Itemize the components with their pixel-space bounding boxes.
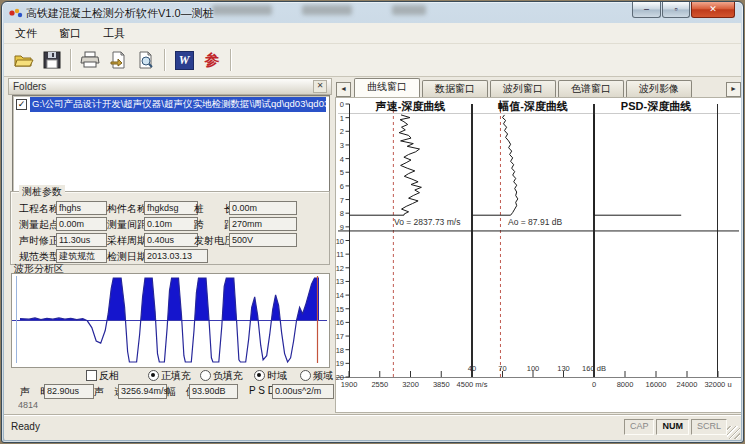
depth-tick-label: 9 <box>335 223 344 232</box>
time-domain-radio[interactable] <box>254 370 265 381</box>
param-field[interactable]: 0.40us <box>144 233 198 247</box>
tab-strip: ◄曲线窗口数据窗口波列窗口色谱窗口波列影像► <box>336 80 741 97</box>
chart-title: 声速-深度曲线 <box>349 99 473 114</box>
word-export-button[interactable]: W <box>172 48 196 72</box>
chart-annotation: Ao = 87.91 dB <box>508 217 562 227</box>
x-axis-tick-label: 160 dB <box>572 364 616 373</box>
chart-title: 幅值-深度曲线 <box>471 99 595 114</box>
maximize-button[interactable]: ▫ <box>662 2 690 18</box>
status-cell-num: NUM <box>656 419 689 435</box>
depth-tick-label: 5 <box>335 168 344 177</box>
folders-panel-title: Folders <box>13 81 46 92</box>
tab-scroll-right-icon[interactable]: ► <box>726 82 741 97</box>
invert-label: 反相 <box>99 369 119 383</box>
x-axis-tick-label: 4500 m/s <box>450 380 494 389</box>
parameters-button[interactable]: 参 <box>200 48 224 72</box>
invert-checkbox[interactable] <box>86 370 97 381</box>
depth-tick-label: 13 <box>335 277 344 286</box>
checkbox-icon[interactable]: ✓ <box>16 99 27 110</box>
depth-tick-label: 12 <box>335 264 344 273</box>
folders-list[interactable]: ✓G:\公司产品设计开发\超声仪器\超声仪实地检测数据\调试qd\qd03\qd… <box>12 95 330 192</box>
param-field[interactable]: 500V <box>229 233 297 247</box>
depth-tick-label: 17 <box>335 332 344 341</box>
depth-tick-label: 6 <box>335 182 344 191</box>
print-preview-button[interactable] <box>134 48 158 72</box>
x-axis-tick-label: 32000 u <box>696 380 740 389</box>
param-field[interactable]: 2013.03.13 <box>144 249 208 263</box>
open-folder-button[interactable] <box>12 48 36 72</box>
app-icon <box>9 7 23 19</box>
open-folder-icon <box>14 51 34 69</box>
depth-curves-chart[interactable]: 0123456789101112131415161718192019002550… <box>335 97 741 413</box>
param-field[interactable]: 0.00m <box>229 201 297 215</box>
minimize-button[interactable]: – <box>632 2 661 18</box>
param-field[interactable]: 270mm <box>229 217 297 231</box>
folders-list-item[interactable]: ✓G:\公司产品设计开发\超声仪器\超声仪实地检测数据\调试qd\qd03\qd… <box>14 97 329 111</box>
depth-tick-label: 11 <box>335 250 344 259</box>
depth-tick-label: 10 <box>335 237 344 246</box>
pile-params-group: 测桩参数 工程名称fhghs构件名称fhgkdsg桩 长0.00m测量起点0.0… <box>10 191 330 265</box>
param-label: 构件名称 <box>107 202 147 216</box>
waveform-plot[interactable] <box>11 273 330 368</box>
titlebar[interactable]: 高铁建混凝土检测分析软件V1.0—测桩 – ▫ ✕ <box>2 2 743 23</box>
freq-domain-radio[interactable] <box>300 370 311 381</box>
readout-field[interactable]: 93.90dB <box>189 384 238 399</box>
save-button[interactable] <box>40 48 64 72</box>
tab-item[interactable]: 波列影像 <box>626 80 692 97</box>
positive-fill-radio[interactable] <box>148 370 159 381</box>
export-button[interactable] <box>106 48 130 72</box>
depth-tick-label: 1 <box>335 114 344 123</box>
folders-close-icon[interactable]: ✕ <box>313 80 327 93</box>
depth-tick-label: 14 <box>335 291 344 300</box>
param-label: 测量间距 <box>107 218 147 232</box>
param-field[interactable]: 0.10m <box>144 217 198 231</box>
readout-field[interactable]: 82.90us <box>44 384 94 399</box>
menu-item[interactable]: 工具 <box>100 25 128 42</box>
param-label: 声时修正 <box>19 234 59 248</box>
param-field[interactable]: 11.30us <box>56 233 107 247</box>
depth-tick-label: 0 <box>335 100 344 109</box>
param-field[interactable]: fhghs <box>56 201 107 215</box>
toolbar: W 参 <box>4 44 741 77</box>
menu-item[interactable]: 窗口 <box>56 25 84 42</box>
param-label: 工程名称 <box>19 202 59 216</box>
positive-fill-label: 正填充 <box>161 369 191 383</box>
param-label: 采样周期 <box>107 234 147 248</box>
pile-params-group-title: 测桩参数 <box>19 185 65 199</box>
tab-active[interactable]: 曲线窗口 <box>354 78 420 97</box>
tab-item[interactable]: 色谱窗口 <box>558 80 624 97</box>
tab-item[interactable]: 数据窗口 <box>422 80 488 97</box>
printer-icon <box>80 51 100 69</box>
menu-bar: 文件窗口工具 <box>4 23 741 44</box>
resize-grip[interactable] <box>727 426 740 439</box>
save-icon <box>43 51 61 69</box>
folders-panel-header[interactable]: Folders ✕ <box>8 78 332 95</box>
readout-field[interactable]: 3256.94m/s <box>118 384 167 399</box>
menu-item[interactable]: 文件 <box>12 25 40 42</box>
tab-item[interactable]: 波列窗口 <box>490 80 556 97</box>
toolbar-separator <box>70 49 72 71</box>
param-label: 发射电压 <box>194 234 234 248</box>
param-field[interactable]: 0.00m <box>56 217 107 231</box>
titlebar-glass-smudge <box>302 5 352 15</box>
param-field[interactable]: fhgkdsg <box>144 201 198 215</box>
print-preview-icon <box>137 51 155 69</box>
tab-scroll-left-icon[interactable]: ◄ <box>336 82 351 97</box>
toolbar-separator <box>230 49 232 71</box>
negative-fill-radio[interactable] <box>200 370 211 381</box>
depth-tick-label: 7 <box>335 196 344 205</box>
close-button[interactable]: ✕ <box>691 2 735 18</box>
readout-field[interactable]: 0.00us^2/m <box>272 384 334 399</box>
print-button[interactable] <box>78 48 102 72</box>
depth-tick-label: 15 <box>335 305 344 314</box>
clipped-status-text: 4814 <box>18 400 38 408</box>
right-panel: ◄曲线窗口数据窗口波列窗口色谱窗口波列影像► 01234567891011121… <box>334 78 741 414</box>
depth-tick-label: 16 <box>335 318 344 327</box>
param-label: 检测日期 <box>107 250 147 264</box>
status-bar: Ready CAPNUMSCRL <box>4 415 741 440</box>
app-window: 高铁建混凝土检测分析软件V1.0—测桩 – ▫ ✕ 文件窗口工具 <box>1 1 744 443</box>
param-field[interactable]: 建筑规范 <box>56 249 107 263</box>
depth-tick-label: 8 <box>335 209 344 218</box>
waveform-readouts: 声 时82.90us声 速3256.94m/s幅 值93.90dBP S D0.… <box>8 383 332 399</box>
window-title: 高铁建混凝土检测分析软件V1.0—测桩 <box>26 6 214 21</box>
